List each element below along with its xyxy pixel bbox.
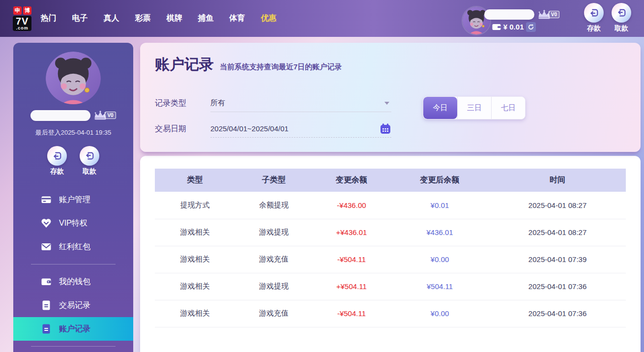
menu-divider	[31, 264, 116, 264]
cell-after-amount: ¥504.11	[390, 273, 489, 300]
username-row: V0	[484, 9, 559, 20]
menu-item-label: 交易记录	[59, 300, 90, 311]
record-type-select[interactable]: 所有	[210, 94, 391, 112]
cell-subtype: 游戏充值	[235, 300, 313, 327]
menu-item-label: VIP特权	[59, 218, 88, 229]
chevron-down-icon	[384, 102, 389, 105]
record-type-label: 记录类型	[155, 98, 210, 109]
table-row: 游戏相关 游戏充值 -¥504.11 ¥0.00 2025-04-01 07:3…	[155, 300, 626, 327]
cell-change-amount: +¥436.01	[313, 219, 390, 246]
table-row: 提现方式 余额提现 -¥436.00 ¥0.01 2025-04-01 08:2…	[155, 192, 626, 219]
menu-item-my-wallet[interactable]: 我的钱包	[13, 270, 133, 293]
quick-button-today[interactable]: 今日	[423, 97, 457, 119]
last-login-text: 最后登入2025-04-01 19:35	[35, 128, 112, 137]
nav-item-lottery[interactable]: 彩票	[134, 10, 151, 27]
cell-after-amount: ¥436.01	[390, 219, 489, 246]
cell-subtype: 余额提现	[235, 192, 313, 219]
topbar-user-area: V0 ¥ 0.01	[463, 3, 631, 34]
cell-subtype: 游戏提现	[235, 273, 313, 300]
withdraw-button[interactable]: 取款	[612, 3, 631, 33]
menu-item-account-records[interactable]: 账户记录	[13, 317, 133, 341]
username-blurred	[484, 9, 534, 20]
balance-amount: ¥ 0.01	[503, 23, 524, 31]
record-type-value: 所有	[210, 98, 225, 108]
cell-type: 游戏相关	[155, 300, 235, 327]
sidebar-deposit-button[interactable]: 存款	[47, 146, 67, 176]
sidebar-quick-actions: 存款 取款	[47, 146, 99, 176]
quick-button-seven-days[interactable]: 七日	[491, 97, 525, 119]
nav-item-chess[interactable]: 棋牌	[165, 10, 183, 27]
nav-item-promotions[interactable]: 优惠	[260, 10, 277, 27]
sidebar-menu: 账户管理 VIP特权 红利红包	[13, 188, 133, 352]
quick-button-three-days[interactable]: 三日	[457, 97, 491, 119]
deposit-label: 存款	[587, 24, 601, 33]
logo-box: 7V .com	[13, 16, 31, 31]
deposit-icon	[47, 146, 67, 166]
logo-badge-left: 申	[13, 6, 22, 15]
cell-time: 2025-04-01 07:36	[489, 273, 626, 300]
cell-time: 2025-04-01 07:36	[489, 300, 626, 327]
sidebar: V0 最后登入2025-04-01 19:35 存款 取款	[13, 43, 133, 352]
wallet-icon	[41, 276, 52, 287]
envelope-icon	[41, 241, 52, 252]
filters: 记录类型 所有 交易日期 2025/04/01~2025/04/01	[155, 90, 626, 142]
table-row: 游戏相关 游戏提现 +¥504.11 ¥504.11 2025-04-01 07…	[155, 273, 626, 300]
top-navigation: 热门 电子 真人 彩票 棋牌 捕鱼 体育 优惠	[39, 10, 277, 27]
cell-type: 游戏相关	[155, 219, 235, 246]
main-content: 账户记录 当前系统支持查询最近7日的账户记录 记录类型 所有 交易日期 2025…	[140, 43, 641, 352]
cell-type: 游戏相关	[155, 273, 235, 300]
nav-item-live[interactable]: 真人	[102, 10, 120, 27]
menu-item-label: 账户记录	[59, 324, 90, 334]
deposit-label: 存款	[50, 167, 64, 176]
withdraw-icon	[612, 3, 631, 23]
user-chip[interactable]: V0 ¥ 0.01	[463, 3, 559, 34]
menu-item-vip-privileges[interactable]: VIP特权	[13, 211, 133, 235]
date-range-value: 2025/04/01~2025/04/01	[210, 124, 289, 133]
records-table-panel: 类型 子类型 变更余额 变更后余额 时间 提现方式 余额提现 -¥436.00 …	[140, 156, 641, 352]
profile-name-row: V0	[30, 109, 116, 121]
nav-item-sports[interactable]: 体育	[228, 10, 246, 27]
cell-time: 2025-04-01 07:39	[489, 246, 626, 273]
date-range-label: 交易日期	[155, 124, 210, 134]
page-subtitle: 当前系统支持查询最近7日的账户记录	[220, 62, 342, 72]
column-header-type: 类型	[155, 169, 235, 192]
column-header-time: 时间	[489, 169, 626, 192]
calendar-icon[interactable]	[380, 123, 391, 135]
column-header-after: 变更后余额	[390, 169, 489, 192]
cell-after-amount: ¥0.00	[390, 300, 489, 327]
table-row: 游戏相关 游戏提现 +¥436.01 ¥436.01 2025-04-01 08…	[155, 219, 626, 246]
logo-main-text: 7V	[16, 16, 29, 26]
title-row: 账户记录 当前系统支持查询最近7日的账户记录	[155, 55, 626, 75]
date-quick-buttons: 今日 三日 七日	[423, 96, 526, 119]
menu-item-label: 红利红包	[59, 242, 90, 252]
withdraw-label: 取款	[83, 167, 96, 176]
deposit-button[interactable]: 存款	[584, 3, 604, 33]
cell-time: 2025-04-01 08:27	[489, 192, 626, 219]
nav-item-popular[interactable]: 热门	[39, 10, 57, 27]
cell-subtype: 游戏提现	[235, 219, 313, 246]
withdraw-icon	[80, 146, 99, 166]
record-type-row: 记录类型 所有	[155, 90, 626, 116]
menu-item-account-management[interactable]: 账户管理	[13, 188, 133, 211]
profile-username-blurred	[30, 110, 90, 121]
menu-item-bonus-redpacket[interactable]: 红利红包	[13, 235, 133, 259]
wallet-icon	[492, 24, 501, 30]
column-header-change: 变更余额	[313, 169, 390, 192]
site-logo[interactable]: 申 博 7V .com	[13, 6, 31, 31]
refresh-icon[interactable]	[526, 22, 536, 32]
topbar: 申 博 7V .com 热门 电子 真人 彩票 棋牌 捕鱼 体育 优惠	[0, 0, 644, 37]
sidebar-withdraw-button[interactable]: 取款	[80, 146, 99, 176]
table-row: 游戏相关 游戏充值 -¥504.11 ¥0.00 2025-04-01 07:3…	[155, 246, 626, 273]
cell-type: 游戏相关	[155, 246, 235, 273]
nav-item-slots[interactable]: 电子	[71, 10, 88, 27]
records-table: 类型 子类型 变更余额 变更后余额 时间 提现方式 余额提现 -¥436.00 …	[155, 169, 626, 327]
cell-after-amount: ¥0.00	[390, 246, 489, 273]
cell-change-amount: -¥504.11	[313, 300, 390, 327]
vip-heart-icon	[41, 218, 52, 229]
date-range-input[interactable]: 2025/04/01~2025/04/01	[210, 120, 391, 138]
page-title: 账户记录	[155, 55, 214, 75]
records-header-panel: 账户记录 当前系统支持查询最近7日的账户记录 记录类型 所有 交易日期 2025…	[140, 43, 641, 152]
nav-item-fishing[interactable]: 捕鱼	[197, 10, 214, 27]
menu-item-transaction-records[interactable]: 交易记录	[13, 293, 133, 317]
vip-level-badge: V0	[549, 11, 559, 18]
